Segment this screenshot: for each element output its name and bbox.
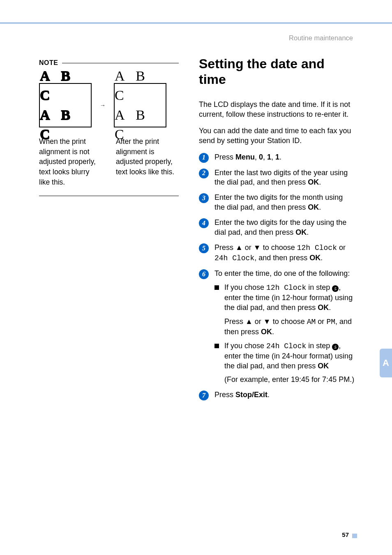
ok-key: OK xyxy=(318,362,329,370)
txt: . xyxy=(279,153,281,161)
header-text: Routine maintenance xyxy=(289,34,353,42)
caption-left: When the print alignment is not adjusted… xyxy=(39,136,102,187)
txt: Enter the two digits for the day using t… xyxy=(214,218,346,236)
intro-para-2: You can add the date and time to each fa… xyxy=(199,126,355,146)
txt: to choose xyxy=(261,243,297,252)
txt: Press xyxy=(214,153,235,161)
sub-item-24h: If you chose 24h Clock in step 5, enter … xyxy=(224,341,355,385)
key-0: 0 xyxy=(259,153,263,161)
am-option: AM xyxy=(307,318,316,326)
step-marker-6: 6 xyxy=(199,269,209,279)
up-arrow-icon: ▲ xyxy=(245,317,253,326)
bullet-icon xyxy=(214,344,219,348)
sub-item-12h-cont: Press ▲ or ▼ to choose AM or PM, and the… xyxy=(224,317,355,337)
bullet-icon xyxy=(214,285,219,290)
txt: If you chose xyxy=(224,342,266,350)
down-arrow-icon: ▼ xyxy=(254,243,261,252)
key-1b: 1 xyxy=(275,153,279,161)
txt: . xyxy=(319,203,321,211)
clean-line1: A B C xyxy=(115,66,166,105)
ok-key: OK xyxy=(295,228,307,236)
caption-right: After the print alignment is adjusted pr… xyxy=(116,136,179,187)
ok-key: OK xyxy=(308,178,319,186)
step-3-body: Enter the two digits for the month using… xyxy=(214,193,355,213)
step-marker-4: 4 xyxy=(199,218,209,228)
txt: . xyxy=(307,228,309,236)
clean-sample-box: A B C A B C xyxy=(114,83,166,127)
step-3: 3 Enter the two digits for the month usi… xyxy=(199,193,355,213)
txt: Press xyxy=(224,317,245,326)
ok-key: OK xyxy=(308,203,319,211)
sub-item-12h: If you chose 12h Clock in step 5, enter … xyxy=(224,283,355,337)
blurry-sample-box: A B C A B C xyxy=(39,83,92,127)
pm-option: PM xyxy=(326,318,335,326)
txt: If you chose xyxy=(224,283,266,291)
stop-exit-key: Stop/Exit xyxy=(235,391,267,399)
txt: . xyxy=(272,328,274,336)
step-2: 2 Enter the last two digits of the year … xyxy=(199,168,355,188)
blurry-line1: A B C xyxy=(40,66,91,105)
step-4-body: Enter the two digits for the day using t… xyxy=(214,218,355,238)
step-marker-3: 3 xyxy=(199,193,209,203)
step-marker-7: 7 xyxy=(199,391,209,400)
step-1-body: Press Menu, 0, 1, 1. xyxy=(214,153,355,162)
txt: , and then press xyxy=(254,254,309,262)
caption-row: When the print alignment is not adjusted… xyxy=(39,136,179,187)
txt: Press xyxy=(214,243,235,252)
step-7-body: Press Stop/Exit. xyxy=(214,390,355,400)
step-1: 1 Press Menu, 0, 1, 1. xyxy=(199,153,355,163)
txt: Press xyxy=(214,391,235,399)
arrow-right-icon: → xyxy=(100,102,106,109)
txt: , xyxy=(255,153,259,161)
txt: or xyxy=(316,317,326,326)
step-marker-2: 2 xyxy=(199,169,209,178)
step-ref-icon: 5 xyxy=(332,344,339,350)
step-5: 5 Press ▲ or ▼ to choose 12h Clock or 24… xyxy=(199,243,355,264)
down-arrow-icon: ▼ xyxy=(263,317,271,326)
txt: in step xyxy=(306,342,332,350)
clock-12h: 12h Clock xyxy=(297,244,337,252)
step-6-lead: To enter the time, do one of the followi… xyxy=(214,269,355,279)
step-6-body: To enter the time, do one of the followi… xyxy=(214,269,355,385)
txt: , xyxy=(263,153,267,161)
page-number: 57 xyxy=(342,531,349,539)
ok-key: OK xyxy=(261,328,272,336)
page-heading: Setting the date and time xyxy=(199,56,355,88)
section-tab: A xyxy=(380,349,392,377)
txt: or xyxy=(337,243,346,252)
note-rule xyxy=(62,63,179,63)
step-7: 7 Press Stop/Exit. xyxy=(199,390,355,400)
step-6: 6 To enter the time, do one of the follo… xyxy=(199,269,355,385)
txt: . xyxy=(321,254,323,262)
txt: or xyxy=(243,243,254,252)
up-arrow-icon: ▲ xyxy=(235,243,243,252)
note-block: NOTE A B C A B C → A B C A B C When the … xyxy=(39,59,179,196)
txt: . xyxy=(319,178,321,186)
txt: , xyxy=(271,153,275,161)
key-1a: 1 xyxy=(267,153,271,161)
txt: . xyxy=(329,303,331,312)
sub-item-24h-example: (For example, enter 19:45 for 7:45 PM.) xyxy=(224,375,355,385)
ok-key: OK xyxy=(318,303,329,312)
clock-12h: 12h Clock xyxy=(266,284,306,292)
txt: Enter the last two digits of the year us… xyxy=(214,169,348,187)
step-ref-icon: 5 xyxy=(332,285,339,292)
step-6-sublist: If you chose 12h Clock in step 5, enter … xyxy=(214,283,355,385)
step-marker-5: 5 xyxy=(199,243,209,253)
content-column: Setting the date and time The LCD displa… xyxy=(199,56,355,406)
step-5-body: Press ▲ or ▼ to choose 12h Clock or 24h … xyxy=(214,243,355,264)
step-marker-1: 1 xyxy=(199,153,209,163)
txt: Enter the two digits for the month using… xyxy=(214,193,343,211)
clock-24h: 24h Clock xyxy=(266,342,306,350)
step-2-body: Enter the last two digits of the year us… xyxy=(214,168,355,188)
note-end-rule xyxy=(39,196,179,196)
step-4: 4 Enter the two digits for the day using… xyxy=(199,218,355,238)
menu-key: Menu xyxy=(235,153,255,161)
page-number-bar xyxy=(352,534,357,538)
clock-24h: 24h Clock xyxy=(214,254,254,262)
header-rule xyxy=(0,22,392,24)
txt: in step xyxy=(306,283,332,291)
txt: to choose xyxy=(271,317,307,326)
intro-para-1: The LCD displays the date and time. If i… xyxy=(199,100,355,120)
txt: or xyxy=(253,317,263,326)
